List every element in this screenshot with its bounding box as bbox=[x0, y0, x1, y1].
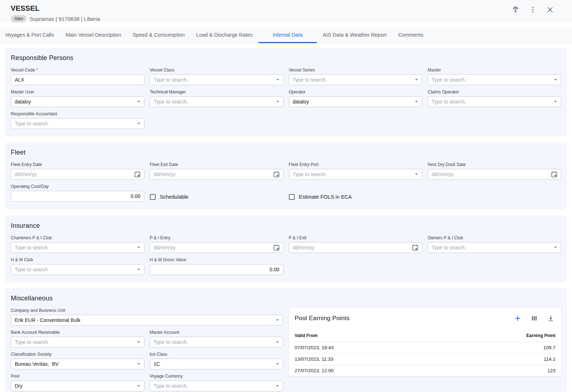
technical-manager-select[interactable]: Type to search. bbox=[150, 96, 283, 107]
download-icon[interactable] bbox=[546, 314, 555, 323]
field-master-user: Master User dataloy bbox=[11, 89, 144, 107]
table-row[interactable]: 07/07/2023, 18:43 109.7 bbox=[295, 342, 555, 354]
broadcast-icon[interactable] bbox=[511, 5, 520, 14]
bank-account-receivable-select[interactable]: Type to search. bbox=[11, 337, 144, 347]
table-row[interactable]: 13/07/2023, 11:33 114.1 bbox=[295, 354, 555, 365]
chevron-down-icon bbox=[137, 385, 140, 387]
field-label: Operating Cost/Day bbox=[11, 184, 144, 189]
hm-gross-value-input[interactable]: 0.00 bbox=[150, 264, 283, 275]
section-insurance: Insurance Charterers P & I Club Type to … bbox=[5, 216, 567, 282]
calendar-icon[interactable] bbox=[412, 244, 418, 251]
field-technical-manager: Technical Manager Type to search. bbox=[150, 89, 283, 107]
field-label: H & M Club bbox=[11, 257, 144, 262]
field-label: Charterers P & I Club bbox=[11, 235, 144, 240]
vessel-series-select[interactable]: Type to search. bbox=[289, 74, 423, 85]
schedulable-checkbox[interactable] bbox=[150, 194, 156, 200]
add-row-icon[interactable] bbox=[513, 314, 522, 323]
field-master: Master Type to search. bbox=[428, 68, 561, 85]
field-company-business-unit: Company and Business Unit Erik EUR - Con… bbox=[11, 308, 283, 326]
pool-select[interactable]: Dry bbox=[11, 381, 144, 391]
field-claims-operator: Claims Operator Type to search. bbox=[428, 89, 561, 107]
tab-ais-data-weather-report[interactable]: AIS Data & Weather Report bbox=[317, 27, 392, 43]
tab-speed-consumption[interactable]: Speed & Consumption bbox=[127, 27, 190, 43]
chevron-down-icon bbox=[415, 79, 418, 81]
vessel-subtitle: Supramax | 9170638 | Liberia bbox=[29, 16, 100, 22]
field-label: Vessel Code * bbox=[11, 68, 144, 73]
fleet-entry-port-select[interactable]: Type to search. bbox=[289, 169, 423, 180]
fleet-entry-date-input[interactable]: dd/mm/yy bbox=[11, 169, 144, 180]
chevron-down-icon bbox=[276, 319, 279, 321]
ice-class-select[interactable]: 1C bbox=[150, 359, 283, 369]
field-label: Responsible Accountant bbox=[11, 111, 144, 116]
earning-point-cell: 114.1 bbox=[444, 354, 555, 365]
operator-select[interactable]: dataloy bbox=[289, 96, 423, 107]
classification-society-select[interactable]: Bureau Veritas, BV bbox=[11, 359, 144, 369]
chevron-down-icon bbox=[415, 173, 418, 175]
owner-badge: Alex bbox=[11, 15, 27, 22]
columns-icon[interactable] bbox=[530, 314, 539, 323]
hm-club-select[interactable]: Type to search. bbox=[11, 264, 144, 275]
chevron-down-icon bbox=[137, 123, 140, 125]
tab-voyages-port-calls[interactable]: Voyages & Port Calls bbox=[0, 27, 60, 43]
section-responsible-persons: Responsible Persons Vessel Code * ALX Ve… bbox=[5, 48, 567, 136]
field-pi-exit: P & I Exit dd/mm/yy bbox=[289, 235, 423, 253]
field-owners-pi-club: Owners P & I Club Type to search. bbox=[428, 235, 561, 253]
master-account-select[interactable]: Type to search. bbox=[150, 337, 283, 347]
vessel-class-select[interactable]: Type to search. bbox=[150, 74, 283, 85]
field-label: Owners P & I Club bbox=[428, 235, 561, 240]
charterers-pi-club-select[interactable]: Type to search. bbox=[11, 242, 144, 253]
calendar-icon[interactable] bbox=[273, 244, 280, 251]
company-business-unit-select[interactable]: Erik EUR - Conventional Bulk bbox=[11, 315, 283, 326]
chevron-down-icon bbox=[554, 79, 557, 81]
responsible-accountant-select[interactable]: Type to search. bbox=[11, 118, 144, 129]
field-label: Voyage Currency bbox=[150, 374, 283, 379]
field-label: P & I Entry bbox=[150, 235, 283, 240]
chevron-down-icon bbox=[415, 101, 418, 103]
field-operating-cost-day: Operating Cost/Day 0.00 bbox=[11, 184, 144, 202]
voyage-currency-select[interactable]: Type to search. bbox=[150, 381, 283, 391]
window-header: VESSEL Alex Supramax | 9170638 | Liberia bbox=[0, 0, 572, 22]
master-select[interactable]: Type to search. bbox=[428, 74, 561, 85]
field-label: Company and Business Unit bbox=[11, 308, 283, 313]
tab-bar: Voyages & Port Calls Main Vessel Descrip… bbox=[0, 27, 572, 43]
calendar-icon[interactable] bbox=[273, 171, 280, 177]
field-bank-account-receivable: Bank Account Receivable Type to search. bbox=[11, 330, 144, 347]
column-header-valid-from[interactable]: Valid From bbox=[295, 331, 444, 342]
kebab-menu-icon[interactable] bbox=[528, 5, 538, 14]
field-fleet-exit-date: Fleet Exit Date dd/mm/yy bbox=[150, 162, 283, 180]
field-master-account: Master Account Type to search. bbox=[150, 330, 283, 347]
field-label: Technical Manager bbox=[150, 89, 283, 94]
field-operator: Operator dataloy bbox=[289, 89, 423, 107]
column-header-earning-point[interactable]: Earning Point bbox=[444, 331, 555, 342]
table-row[interactable]: 27/07/2023, 12:00 123 bbox=[295, 365, 555, 377]
pi-entry-date-input[interactable]: dd/mm/yy bbox=[150, 242, 283, 253]
fleet-exit-date-input[interactable]: dd/mm/yy bbox=[150, 169, 283, 180]
section-title: Responsible Persons bbox=[11, 54, 561, 62]
calendar-icon[interactable] bbox=[134, 171, 140, 177]
page-title: VESSEL bbox=[11, 4, 566, 13]
valid-from-cell: 27/07/2023, 12:00 bbox=[295, 365, 444, 377]
tab-load-discharge-rates[interactable]: Load & Discharge Rates bbox=[190, 27, 258, 43]
field-label: Ice Class bbox=[150, 352, 283, 357]
tab-main-vessel-description[interactable]: Main Vessel Description bbox=[60, 27, 127, 43]
field-label: Vessel Series bbox=[289, 68, 423, 73]
close-icon[interactable] bbox=[545, 5, 555, 14]
owners-pi-club-select[interactable]: Type to search. bbox=[428, 242, 561, 253]
field-label: Fleet Exit Date bbox=[150, 162, 283, 167]
operating-cost-day-input[interactable]: 0.00 bbox=[11, 191, 144, 202]
chevron-down-icon bbox=[137, 363, 140, 365]
field-schedulable: Schedulable bbox=[150, 192, 283, 202]
tab-comments[interactable]: Comments bbox=[392, 27, 429, 43]
next-dry-dock-date-input[interactable]: dd/mm/yy bbox=[428, 169, 561, 180]
chevron-down-icon bbox=[137, 246, 140, 249]
estimate-fols-checkbox[interactable] bbox=[289, 194, 295, 200]
tab-internal-data[interactable]: Internal Data bbox=[258, 27, 317, 43]
field-ice-class: Ice Class 1C bbox=[150, 352, 283, 369]
chevron-down-icon bbox=[276, 363, 279, 365]
field-label: Vessel Class bbox=[150, 68, 283, 73]
vessel-code-input[interactable]: ALX bbox=[11, 74, 144, 85]
master-user-select[interactable]: dataloy bbox=[11, 96, 144, 107]
pi-exit-date-input[interactable]: dd/mm/yy bbox=[289, 242, 423, 253]
claims-operator-select[interactable]: Type to search. bbox=[428, 96, 561, 107]
calendar-icon[interactable] bbox=[551, 171, 557, 177]
